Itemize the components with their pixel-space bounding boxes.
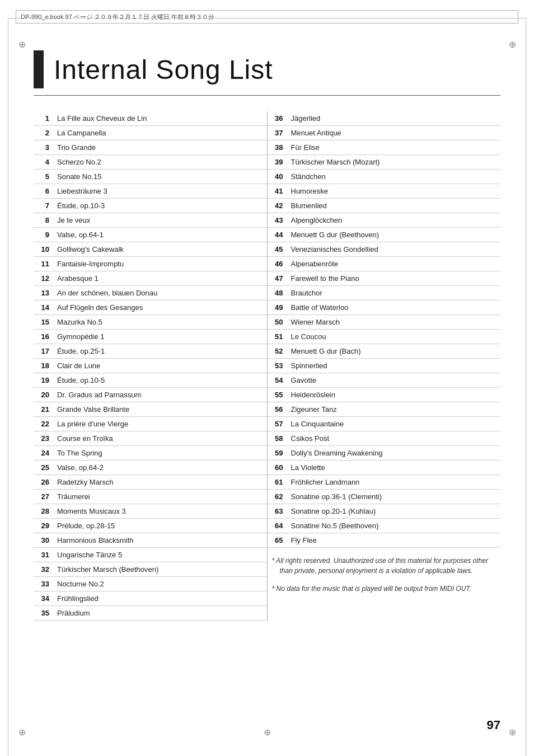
song-row: 35Präludium: [34, 606, 267, 621]
song-number: 12: [34, 274, 55, 283]
corner-mark-bl: ⊕: [16, 726, 28, 738]
song-title: La Campanella: [55, 129, 110, 137]
song-title: Humoreske: [289, 187, 332, 195]
song-title: Dr. Gradus ad Parnassum: [55, 391, 146, 399]
song-title: La Fille aux Cheveux de Lin: [55, 114, 151, 123]
song-number: 15: [34, 318, 55, 326]
song-title: Türkischer Marsch (Beethoven): [55, 565, 163, 574]
song-number: 30: [34, 536, 55, 544]
song-row: 51Le Coucou: [268, 330, 501, 344]
song-row: 58Csikos Post: [268, 431, 501, 446]
song-number: 17: [34, 347, 55, 355]
song-number: 52: [268, 347, 289, 355]
song-title: Prélude, op.28-15: [55, 522, 119, 530]
song-number: 59: [268, 449, 289, 457]
song-row: 54Gavotte: [268, 373, 501, 388]
song-number: 50: [268, 318, 289, 326]
song-number: 56: [268, 405, 289, 414]
notes-section: * All rights reserved. Unauthorized use …: [268, 556, 501, 594]
song-number: 38: [268, 143, 289, 152]
song-row: 53Spinnerlied: [268, 359, 501, 373]
page-number: 97: [487, 718, 500, 732]
song-number: 60: [268, 463, 289, 472]
song-row: 5Sonate No.15: [34, 170, 267, 184]
song-row: 27Träumerei: [34, 490, 267, 504]
song-number: 2: [34, 129, 55, 137]
song-title: Nocturne No.2: [55, 580, 109, 588]
song-row: 64Sonatine No.5 (Beethoven): [268, 519, 501, 533]
song-number: 19: [34, 376, 55, 384]
song-title: Golliwog's Cakewalk: [55, 245, 128, 253]
page-title-section: Internal Song List: [34, 50, 500, 96]
song-row: 24To The Spring: [34, 446, 267, 461]
song-row: 12Arabesque 1: [34, 271, 267, 286]
song-title: Liebesträume 3: [55, 187, 112, 195]
song-number: 51: [268, 332, 289, 341]
song-row: 8Je te veux: [34, 213, 267, 228]
song-number: 13: [34, 289, 55, 297]
song-number: 48: [268, 289, 289, 297]
song-row: 14Auf Flügeln des Gesanges: [34, 300, 267, 315]
song-number: 34: [34, 594, 55, 603]
song-number: 65: [268, 536, 289, 544]
song-number: 16: [34, 332, 55, 341]
note-item: * No data for the music that is played w…: [272, 584, 501, 594]
song-title: Course en Troïka: [55, 434, 118, 443]
song-title: Sonatine op.36-1 (Clementi): [289, 492, 387, 501]
song-row: 41Humoreske: [268, 184, 501, 199]
song-row: 62Sonatine op.36-1 (Clementi): [268, 490, 501, 504]
song-title: Csikos Post: [289, 434, 334, 443]
song-row: 13An der schönen, blauen Donau: [34, 286, 267, 300]
song-number: 62: [268, 492, 289, 501]
header-text: DP-990_e.book 97 ページ ２０９年２月１７日 火曜日 午前８時３…: [21, 13, 214, 21]
song-number: 3: [34, 143, 55, 152]
col-right: 36Jägerlied37Menuet Antique38Für Elise39…: [268, 111, 501, 621]
song-row: 4Scherzo No.2: [34, 155, 267, 170]
song-number: 49: [268, 303, 289, 312]
song-number: 47: [268, 274, 289, 283]
song-row: 48Brautchor: [268, 286, 501, 300]
song-row: 2La Campanella: [34, 126, 267, 140]
song-number: 63: [268, 507, 289, 515]
song-title: Mazurka No.5: [55, 318, 107, 326]
song-row: 30Harmonious Blacksmith: [34, 533, 267, 548]
song-number: 45: [268, 245, 289, 253]
song-title: Étude, op.10-5: [55, 376, 109, 384]
song-number: 55: [268, 391, 289, 399]
song-title: Battle of Waterloo: [289, 303, 353, 312]
song-row: 34Frühlingslied: [34, 591, 267, 606]
song-number: 58: [268, 434, 289, 443]
song-title: Präludium: [55, 609, 95, 617]
song-number: 21: [34, 405, 55, 414]
song-title: Clair de Lune: [55, 361, 105, 370]
song-row: 46Alpenabenröte: [268, 257, 501, 271]
song-number: 7: [34, 201, 55, 210]
song-row: 50Wiener Marsch: [268, 315, 501, 330]
song-number: 41: [268, 187, 289, 195]
corner-mark-tr: ⊕: [506, 38, 518, 50]
song-number: 20: [34, 391, 55, 399]
song-title: Scherzo No.2: [55, 158, 106, 166]
song-row: 1La Fille aux Cheveux de Lin: [34, 111, 267, 126]
song-title: Venezianisches Gondellied: [289, 245, 383, 253]
song-row: 52Menuett G dur (Bach): [268, 344, 501, 359]
song-number: 26: [34, 478, 55, 486]
song-title: Menuet Antique: [289, 129, 346, 137]
song-number: 32: [34, 565, 55, 574]
song-row: 20Dr. Gradus ad Parnassum: [34, 388, 267, 402]
song-row: 23Course en Troïka: [34, 431, 267, 446]
song-title: Le Coucou: [289, 332, 331, 341]
song-title: Alpenabenröte: [289, 260, 343, 268]
song-number: 36: [268, 114, 289, 123]
song-title: Sonatine No.5 (Beethoven): [289, 522, 383, 530]
song-row: 37Menuet Antique: [268, 126, 501, 140]
song-title: Dolly's Dreaming Awakening: [289, 449, 387, 457]
song-row: 28Moments Musicaux 3: [34, 504, 267, 519]
song-title: Heidenröslein: [289, 391, 340, 399]
song-number: 25: [34, 463, 55, 472]
song-number: 1: [34, 114, 55, 123]
song-title: Ständchen: [289, 172, 330, 181]
song-row: 6Liebesträume 3: [34, 184, 267, 199]
song-row: 7Étude, op.10-3: [34, 199, 267, 213]
song-title: Grande Valse Brillante: [55, 405, 134, 414]
